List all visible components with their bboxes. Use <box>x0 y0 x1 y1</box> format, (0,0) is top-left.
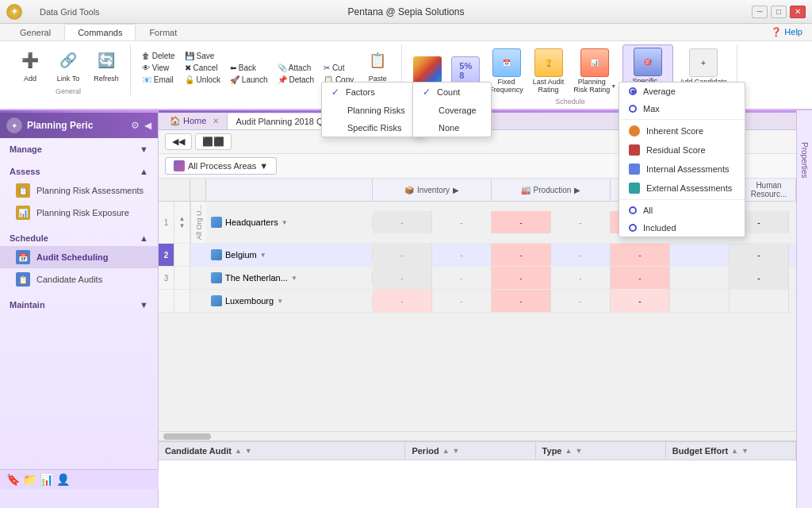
process-selector-label: All Process Areas <box>188 161 256 171</box>
back-button[interactable]: ⬅ Back <box>227 62 271 74</box>
maintain-chevron: ▼ <box>140 300 148 310</box>
inventory-label: Inventory <box>417 186 450 194</box>
process-selector[interactable]: All Process Areas ▼ <box>165 157 277 175</box>
last-audit-rating-button[interactable]: 🏆 Last AuditRating <box>530 46 568 96</box>
org-spacer <box>190 179 206 201</box>
average-item[interactable]: Average <box>619 83 745 100</box>
none-item[interactable]: None <box>413 119 491 137</box>
maximize-button[interactable]: □ <box>771 6 787 18</box>
unlock-button[interactable]: 🔓 Unlock <box>182 74 224 86</box>
add-button[interactable]: ➕ Add <box>13 44 48 86</box>
fixed-frequency-button[interactable]: 📅 FixedFrequency <box>486 46 527 96</box>
sidebar-item-audit-scheduling[interactable]: 📅 Audit Scheduling <box>0 246 158 268</box>
sidebar-icon-2[interactable]: 📁 <box>23 473 36 486</box>
cut-button[interactable]: ✂ Cut <box>320 62 357 74</box>
residual-score-label: Residual Score <box>646 145 706 155</box>
launch-button[interactable]: 🚀 Launch <box>227 74 271 86</box>
toolbar-btn-1[interactable]: ◀◀ <box>165 133 192 150</box>
help-button[interactable]: ❓ Help <box>761 24 812 40</box>
assess-header[interactable]: Assess ▲ <box>0 164 158 179</box>
planning-risk-rating-button[interactable]: 📊 PlanningRisk Rating ▼ <box>570 46 619 96</box>
row-ctrl-4[interactable] <box>174 290 190 312</box>
org-icon-netherlands <box>211 272 222 283</box>
sidebar: ✦ Planning Peric ⚙ ◀ Manage ▼ Assess ▲ 📋… <box>0 110 159 508</box>
count-item[interactable]: ✓ Count <box>413 83 491 102</box>
external-assessments-icon <box>629 183 640 194</box>
row-ctrl-2[interactable] <box>174 244 190 266</box>
link-to-button[interactable]: 🔗 Link To <box>51 44 86 86</box>
email-button[interactable]: 📧 Email <box>139 74 178 86</box>
factors-check: ✓ <box>331 87 339 98</box>
horizontal-scrollbar[interactable] <box>159 431 796 441</box>
candidate-audit-col-header[interactable]: Candidate Audit ▲ ▼ <box>159 442 405 460</box>
type-sort-down: ▼ <box>575 447 582 455</box>
sidebar-icon-3[interactable]: 📊 <box>40 473 53 486</box>
sidebar-icon-4[interactable]: 👤 <box>56 473 70 486</box>
sidebar-icon-1[interactable]: 🔖 <box>6 473 20 486</box>
internal-assessments-item[interactable]: Internal Assessments <box>619 160 745 179</box>
delete-button[interactable]: 🗑 Delete <box>139 50 178 62</box>
minimize-button[interactable]: ─ <box>752 6 768 18</box>
inherent-score-icon <box>629 125 640 137</box>
sidebar-item-planning-risk-assessments[interactable]: 📋 Planning Risk Assessments <box>0 179 158 202</box>
close-button[interactable]: ✕ <box>790 6 806 18</box>
ribbon-buttons-general: ➕ Add 🔗 Link To 🔄 Refresh <box>13 44 124 86</box>
row-num-spacer <box>159 179 190 201</box>
view-button[interactable]: 👁 View <box>139 62 178 74</box>
max-item[interactable]: Max <box>619 100 745 117</box>
settings-icon[interactable]: ⚙ <box>131 120 140 131</box>
budget-effort-col-header[interactable]: Budget Effort ▲ ▼ <box>666 442 796 460</box>
residual-score-item[interactable]: Residual Score <box>619 140 745 160</box>
planning-risks-item[interactable]: Planning Risks <box>322 102 423 119</box>
refresh-button[interactable]: 🔄 Refresh <box>89 44 124 86</box>
sidebar-app-icon: ✦ <box>6 117 22 133</box>
table-row: 2 Belgium ▼ - - - - - - <box>159 244 796 267</box>
belgium-dropdown[interactable]: ▼ <box>260 252 266 259</box>
name-col-spacer <box>206 179 373 201</box>
tab-data-grid-tools[interactable]: Data Grid Tools <box>32 6 108 18</box>
maintain-header[interactable]: Maintain ▼ <box>0 297 158 313</box>
luxembourg-dropdown[interactable]: ▼ <box>277 298 283 305</box>
headquarters-label: Headquarters <box>225 217 278 227</box>
inherent-score-item[interactable]: Inherent Score <box>619 121 745 140</box>
tab-home[interactable]: 🏠 Home ✕ <box>162 113 228 129</box>
schedule-header[interactable]: Schedule ▲ <box>0 230 158 246</box>
tab-format[interactable]: Format <box>136 24 190 40</box>
tab-general[interactable]: General <box>6 24 64 40</box>
detach-button[interactable]: 📌 Detach <box>274 74 317 86</box>
paste-button[interactable]: 📋 Paste <box>360 44 395 86</box>
type-col-header[interactable]: Type ▲ ▼ <box>536 442 666 460</box>
cancel-button[interactable]: ✖ Cancel <box>182 62 224 74</box>
title-bar-left: ✦ Data Grid Tools <box>6 4 108 20</box>
belgium-label: Belgium <box>225 250 257 260</box>
scrollbar-thumb[interactable] <box>163 433 211 440</box>
specific-risks-item[interactable]: Specific Risks <box>322 119 423 137</box>
row-ctrl-3[interactable] <box>174 267 190 289</box>
add-label: Add <box>24 75 36 83</box>
collapse-icon[interactable]: ◀ <box>144 120 151 131</box>
luxembourg-label: Luxembourg <box>225 296 274 306</box>
headquarters-dropdown[interactable]: ▼ <box>282 219 288 226</box>
external-assessments-item[interactable]: External Assessments <box>619 179 745 198</box>
properties-label[interactable]: Properties <box>800 142 809 179</box>
included-item[interactable]: Included <box>619 219 745 237</box>
sidebar-item-planning-risk-exposure[interactable]: 📊 Planning Risk Exposure <box>0 202 158 224</box>
save-button[interactable]: 💾 Save <box>182 50 224 62</box>
toolbar-btn-2[interactable]: ⬛⬛ <box>195 133 232 150</box>
refresh-icon: 🔄 <box>94 48 119 73</box>
tab-commands[interactable]: Commands <box>64 24 136 40</box>
all-radio <box>629 206 637 214</box>
period-col-header[interactable]: Period ▲ ▼ <box>405 442 535 460</box>
row-ctrl-1[interactable]: ▲▼ <box>174 202 190 243</box>
netherlands-dropdown[interactable]: ▼ <box>291 275 297 282</box>
process-selector-arrow: ▼ <box>259 161 268 171</box>
sidebar-item-candidate-audits[interactable]: 📋 Candidate Audits <box>0 268 158 291</box>
coverage-item[interactable]: Coverage <box>413 102 491 119</box>
all-item[interactable]: All <box>619 202 745 219</box>
attach-button[interactable]: 📎 Attach <box>274 62 317 74</box>
manage-header[interactable]: Manage ▼ <box>0 141 158 157</box>
factors-item[interactable]: ✓ Factors <box>322 83 423 102</box>
nl-inv-2: - <box>432 267 492 289</box>
average-label: Average <box>643 87 676 96</box>
home-tab-close[interactable]: ✕ <box>213 117 219 125</box>
